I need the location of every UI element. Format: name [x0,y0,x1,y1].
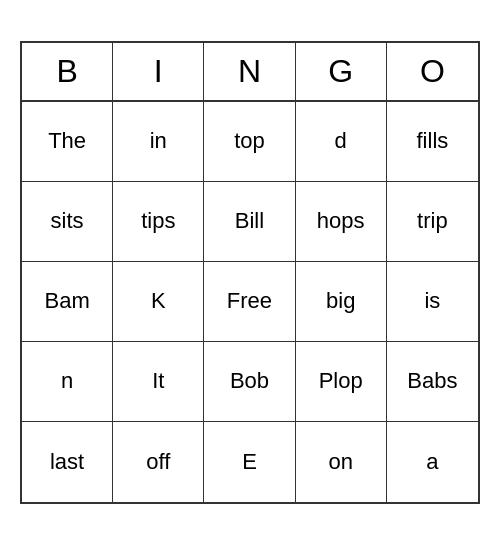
cell-2: top [204,102,295,182]
cell-12: Free [204,262,295,342]
cell-21: off [113,422,204,502]
cell-7: Bill [204,182,295,262]
bingo-header: BINGO [22,43,478,102]
bingo-card: BINGO TheintopdfillssitstipsBillhopstrip… [20,41,480,504]
cell-3: d [296,102,387,182]
cell-10: Bam [22,262,113,342]
cell-5: sits [22,182,113,262]
bingo-body: TheintopdfillssitstipsBillhopstripBamKFr… [22,102,478,502]
header-col-i: I [113,43,204,100]
cell-13: big [296,262,387,342]
header-col-o: O [387,43,478,100]
cell-19: Babs [387,342,478,422]
cell-0: The [22,102,113,182]
cell-9: trip [387,182,478,262]
cell-6: tips [113,182,204,262]
cell-11: K [113,262,204,342]
cell-23: on [296,422,387,502]
cell-18: Plop [296,342,387,422]
header-col-b: B [22,43,113,100]
cell-8: hops [296,182,387,262]
cell-16: It [113,342,204,422]
cell-14: is [387,262,478,342]
header-col-n: N [204,43,295,100]
cell-1: in [113,102,204,182]
cell-22: E [204,422,295,502]
cell-20: last [22,422,113,502]
cell-24: a [387,422,478,502]
header-col-g: G [296,43,387,100]
cell-4: fills [387,102,478,182]
cell-17: Bob [204,342,295,422]
cell-15: n [22,342,113,422]
